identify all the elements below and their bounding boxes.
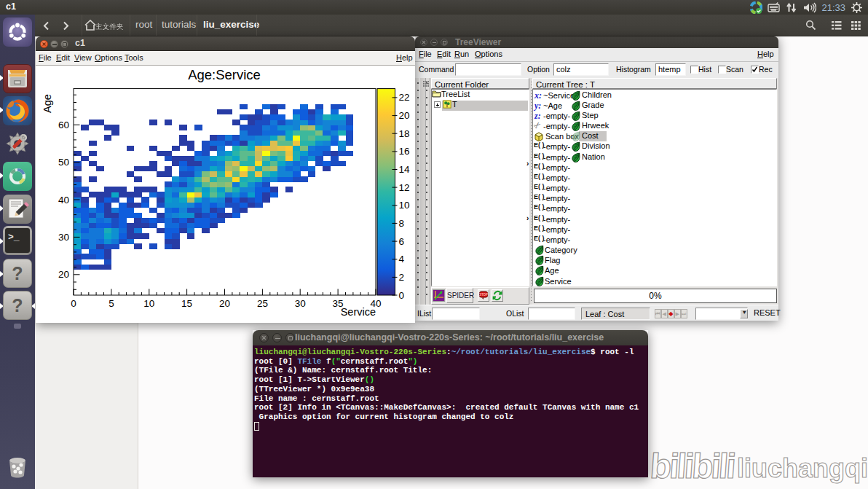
svg-text:4: 4 xyxy=(399,254,405,265)
svg-text:0: 0 xyxy=(399,290,405,301)
svg-text:Age:Service: Age:Service xyxy=(188,67,261,82)
svg-text:2: 2 xyxy=(399,272,405,283)
svg-text:Age: Age xyxy=(42,94,53,113)
svg-text:0: 0 xyxy=(71,298,76,309)
svg-text:20: 20 xyxy=(219,298,230,309)
svg-text:30: 30 xyxy=(295,298,306,309)
svg-text:10: 10 xyxy=(143,298,154,309)
svg-text:22: 22 xyxy=(399,92,410,103)
svg-text:10: 10 xyxy=(399,200,410,211)
svg-text:6: 6 xyxy=(399,236,405,247)
svg-text:STOP: STOP xyxy=(479,293,488,297)
svg-text:8: 8 xyxy=(399,218,405,229)
svg-text:60: 60 xyxy=(58,120,69,130)
svg-text:18: 18 xyxy=(399,128,410,139)
svg-text:15: 15 xyxy=(181,298,192,309)
svg-text:20: 20 xyxy=(58,269,69,280)
svg-text:30: 30 xyxy=(58,232,69,243)
svg-text:14: 14 xyxy=(399,164,411,175)
svg-text:20: 20 xyxy=(399,110,410,121)
svg-text:Service: Service xyxy=(341,306,376,318)
svg-text:25: 25 xyxy=(257,298,268,309)
svg-text:5: 5 xyxy=(108,298,114,309)
svg-text:50: 50 xyxy=(58,157,69,168)
svg-text:12: 12 xyxy=(399,182,410,193)
svg-text:40: 40 xyxy=(58,195,69,206)
svg-text:16: 16 xyxy=(399,146,410,157)
